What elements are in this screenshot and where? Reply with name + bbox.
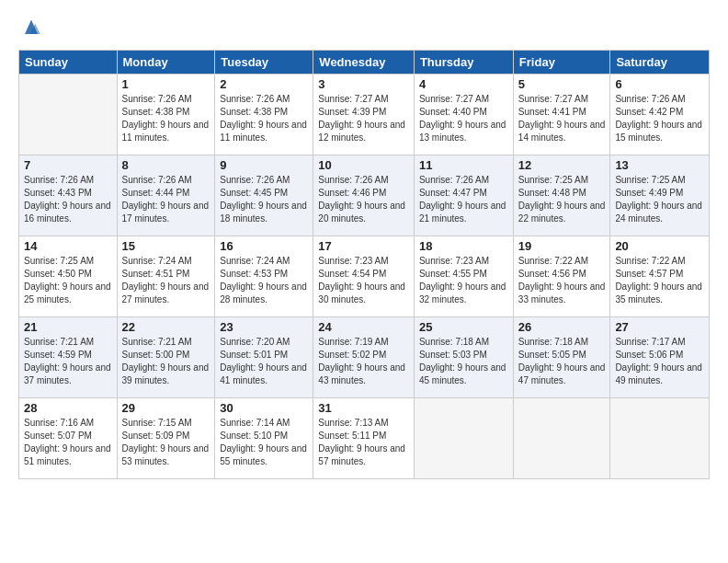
logo-icon — [18, 15, 44, 40]
day-info: Sunrise: 7:21 AMSunset: 5:00 PMDaylight:… — [122, 336, 210, 387]
day-number: 14 — [24, 239, 112, 253]
day-info: Sunrise: 7:22 AMSunset: 4:56 PMDaylight:… — [518, 255, 606, 306]
week-row-5: 28Sunrise: 7:16 AMSunset: 5:07 PMDayligh… — [19, 398, 710, 479]
day-info: Sunrise: 7:26 AMSunset: 4:47 PMDaylight:… — [419, 174, 508, 225]
day-number: 22 — [122, 320, 210, 334]
day-info: Sunrise: 7:21 AMSunset: 4:59 PMDaylight:… — [24, 336, 112, 387]
calendar-day-cell: 9Sunrise: 7:26 AMSunset: 4:45 PMDaylight… — [215, 155, 313, 236]
day-info: Sunrise: 7:25 AMSunset: 4:50 PMDaylight:… — [24, 255, 112, 306]
day-info: Sunrise: 7:25 AMSunset: 4:49 PMDaylight:… — [615, 174, 704, 225]
calendar-day-cell: 6Sunrise: 7:26 AMSunset: 4:42 PMDaylight… — [610, 75, 710, 155]
calendar-day-cell — [19, 75, 118, 155]
day-number: 16 — [220, 239, 308, 253]
day-number: 5 — [518, 77, 606, 91]
day-info: Sunrise: 7:17 AMSunset: 5:06 PMDaylight:… — [615, 336, 704, 387]
calendar-day-cell: 24Sunrise: 7:19 AMSunset: 5:02 PMDayligh… — [313, 317, 415, 398]
calendar-day-cell: 18Sunrise: 7:23 AMSunset: 4:55 PMDayligh… — [414, 236, 513, 317]
calendar-page: Sunday Monday Tuesday Wednesday Thursday… — [0, 0, 728, 488]
day-info: Sunrise: 7:24 AMSunset: 4:53 PMDaylight:… — [220, 255, 308, 306]
calendar-header-row: Sunday Monday Tuesday Wednesday Thursday… — [19, 51, 710, 75]
day-info: Sunrise: 7:20 AMSunset: 5:01 PMDaylight:… — [220, 336, 308, 387]
calendar-day-cell: 5Sunrise: 7:27 AMSunset: 4:41 PMDaylight… — [513, 75, 610, 155]
calendar-day-cell: 10Sunrise: 7:26 AMSunset: 4:46 PMDayligh… — [313, 155, 415, 236]
calendar-day-cell: 14Sunrise: 7:25 AMSunset: 4:50 PMDayligh… — [19, 236, 118, 317]
calendar-day-cell — [513, 398, 610, 479]
day-info: Sunrise: 7:22 AMSunset: 4:57 PMDaylight:… — [615, 255, 704, 306]
calendar-day-cell — [610, 398, 710, 479]
calendar-day-cell: 30Sunrise: 7:14 AMSunset: 5:10 PMDayligh… — [215, 398, 313, 479]
week-row-3: 14Sunrise: 7:25 AMSunset: 4:50 PMDayligh… — [19, 236, 710, 317]
day-number: 27 — [615, 320, 704, 334]
calendar-day-cell: 12Sunrise: 7:25 AMSunset: 4:48 PMDayligh… — [513, 155, 610, 236]
day-info: Sunrise: 7:25 AMSunset: 4:48 PMDaylight:… — [518, 174, 606, 225]
day-number: 8 — [122, 158, 210, 172]
calendar-day-cell: 27Sunrise: 7:17 AMSunset: 5:06 PMDayligh… — [610, 317, 710, 398]
week-row-1: 1Sunrise: 7:26 AMSunset: 4:38 PMDaylight… — [19, 75, 710, 155]
day-info: Sunrise: 7:26 AMSunset: 4:46 PMDaylight:… — [318, 174, 409, 225]
calendar-day-cell: 11Sunrise: 7:26 AMSunset: 4:47 PMDayligh… — [414, 155, 513, 236]
day-number: 24 — [318, 320, 409, 334]
calendar-day-cell: 3Sunrise: 7:27 AMSunset: 4:39 PMDaylight… — [313, 75, 415, 155]
day-info: Sunrise: 7:27 AMSunset: 4:40 PMDaylight:… — [419, 93, 508, 144]
logo — [18, 15, 48, 40]
day-info: Sunrise: 7:27 AMSunset: 4:39 PMDaylight:… — [318, 93, 409, 144]
calendar-day-cell: 16Sunrise: 7:24 AMSunset: 4:53 PMDayligh… — [215, 236, 313, 317]
day-info: Sunrise: 7:26 AMSunset: 4:44 PMDaylight:… — [122, 174, 210, 225]
day-info: Sunrise: 7:26 AMSunset: 4:38 PMDaylight:… — [220, 93, 308, 144]
calendar-day-cell — [414, 398, 513, 479]
col-wednesday: Wednesday — [313, 51, 415, 75]
day-number: 20 — [615, 239, 704, 253]
day-number: 7 — [24, 158, 112, 172]
day-number: 3 — [318, 77, 409, 91]
day-number: 11 — [419, 158, 508, 172]
calendar-day-cell: 4Sunrise: 7:27 AMSunset: 4:40 PMDaylight… — [414, 75, 513, 155]
day-info: Sunrise: 7:15 AMSunset: 5:09 PMDaylight:… — [122, 417, 210, 468]
day-info: Sunrise: 7:23 AMSunset: 4:55 PMDaylight:… — [419, 255, 508, 306]
col-friday: Friday — [513, 51, 610, 75]
day-number: 18 — [419, 239, 508, 253]
col-tuesday: Tuesday — [215, 51, 313, 75]
day-number: 6 — [615, 77, 704, 91]
day-number: 21 — [24, 320, 112, 334]
day-number: 17 — [318, 239, 409, 253]
day-number: 15 — [122, 239, 210, 253]
day-info: Sunrise: 7:19 AMSunset: 5:02 PMDaylight:… — [318, 336, 409, 387]
day-number: 31 — [318, 401, 409, 415]
day-number: 30 — [220, 401, 308, 415]
day-number: 1 — [122, 77, 210, 91]
day-number: 2 — [220, 77, 308, 91]
calendar-day-cell: 15Sunrise: 7:24 AMSunset: 4:51 PMDayligh… — [117, 236, 215, 317]
calendar-day-cell: 20Sunrise: 7:22 AMSunset: 4:57 PMDayligh… — [610, 236, 710, 317]
calendar-table: Sunday Monday Tuesday Wednesday Thursday… — [18, 50, 710, 479]
day-info: Sunrise: 7:27 AMSunset: 4:41 PMDaylight:… — [518, 93, 606, 144]
calendar-day-cell: 13Sunrise: 7:25 AMSunset: 4:49 PMDayligh… — [610, 155, 710, 236]
day-number: 10 — [318, 158, 409, 172]
page-header — [18, 15, 710, 40]
day-info: Sunrise: 7:18 AMSunset: 5:03 PMDaylight:… — [419, 336, 508, 387]
calendar-day-cell: 17Sunrise: 7:23 AMSunset: 4:54 PMDayligh… — [313, 236, 415, 317]
calendar-day-cell: 19Sunrise: 7:22 AMSunset: 4:56 PMDayligh… — [513, 236, 610, 317]
day-number: 13 — [615, 158, 704, 172]
col-thursday: Thursday — [414, 51, 513, 75]
day-number: 12 — [518, 158, 606, 172]
calendar-day-cell: 8Sunrise: 7:26 AMSunset: 4:44 PMDaylight… — [117, 155, 215, 236]
day-number: 4 — [419, 77, 508, 91]
day-number: 28 — [24, 401, 112, 415]
calendar-day-cell: 7Sunrise: 7:26 AMSunset: 4:43 PMDaylight… — [19, 155, 118, 236]
calendar-day-cell: 22Sunrise: 7:21 AMSunset: 5:00 PMDayligh… — [117, 317, 215, 398]
week-row-2: 7Sunrise: 7:26 AMSunset: 4:43 PMDaylight… — [19, 155, 710, 236]
calendar-day-cell: 26Sunrise: 7:18 AMSunset: 5:05 PMDayligh… — [513, 317, 610, 398]
day-info: Sunrise: 7:26 AMSunset: 4:43 PMDaylight:… — [24, 174, 112, 225]
calendar-day-cell: 2Sunrise: 7:26 AMSunset: 4:38 PMDaylight… — [215, 75, 313, 155]
col-sunday: Sunday — [19, 51, 118, 75]
day-number: 19 — [518, 239, 606, 253]
calendar-day-cell: 28Sunrise: 7:16 AMSunset: 5:07 PMDayligh… — [19, 398, 118, 479]
day-info: Sunrise: 7:13 AMSunset: 5:11 PMDaylight:… — [318, 417, 409, 468]
day-info: Sunrise: 7:26 AMSunset: 4:38 PMDaylight:… — [122, 93, 210, 144]
day-info: Sunrise: 7:18 AMSunset: 5:05 PMDaylight:… — [518, 336, 606, 387]
col-monday: Monday — [117, 51, 215, 75]
day-number: 26 — [518, 320, 606, 334]
day-number: 9 — [220, 158, 308, 172]
calendar-day-cell: 23Sunrise: 7:20 AMSunset: 5:01 PMDayligh… — [215, 317, 313, 398]
col-saturday: Saturday — [610, 51, 710, 75]
